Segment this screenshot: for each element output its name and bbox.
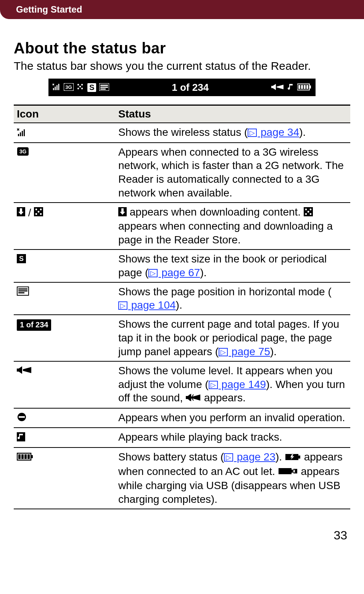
svg-point-40 [309, 208, 311, 210]
svg-point-39 [305, 208, 307, 210]
page-reference-link[interactable]: ▷ page 34 [248, 126, 299, 138]
svg-point-6 [79, 85, 81, 87]
status-cell: Shows the current page and total pages. … [115, 315, 350, 361]
icon-status-table: Icon Status Shows the wireless status (▷… [14, 105, 350, 509]
svg-marker-52 [23, 367, 31, 373]
svg-point-4 [77, 87, 79, 89]
page-number: 33 [0, 509, 364, 558]
intro-text: The status bar shows you the current sta… [14, 58, 350, 73]
svg-rect-63 [18, 454, 21, 459]
wireless-signal-icon [52, 82, 61, 93]
statusbar-illustration: 3G S 1 of 234 [48, 79, 316, 96]
page-reference-link[interactable]: ▷ page 67 [148, 267, 200, 278]
reference-icon: ▷ [118, 301, 127, 310]
table-row: Shows the page position in horizontal mo… [14, 282, 350, 315]
volume-icon [271, 82, 284, 93]
status-cell: Shows battery status (▷ page 23). appear… [115, 448, 350, 509]
icon-cell [14, 123, 115, 143]
svg-rect-65 [24, 454, 27, 459]
header-tab-label: Getting Started [16, 4, 82, 15]
page-position-icon [99, 82, 109, 93]
download-arrow-icon [17, 206, 25, 220]
table-row: Appears while playing back tracks. [14, 428, 350, 448]
svg-rect-11 [271, 86, 273, 88]
table-row: Appears when you perform an invalid oper… [14, 408, 350, 428]
status-cell: Shows the text size in the book or perio… [115, 250, 350, 282]
music-note-icon [287, 82, 294, 93]
svg-rect-53 [186, 396, 188, 399]
table-header-status: Status [115, 105, 350, 123]
svg-rect-68 [298, 456, 300, 459]
svg-point-31 [40, 208, 42, 210]
page-title: About the status bar [14, 40, 350, 57]
table-row: 3GAppears when connected to a 3G wireles… [14, 143, 350, 203]
svg-rect-18 [304, 85, 306, 89]
svg-rect-48 [18, 290, 27, 291]
status-cell: appears when downloading content. appear… [115, 203, 350, 250]
svg-point-33 [35, 213, 37, 215]
svg-point-5 [81, 87, 83, 89]
reference-icon: ▷ [209, 381, 218, 389]
svg-rect-20 [18, 134, 19, 136]
svg-marker-51 [19, 366, 22, 374]
status-cell: Shows the volume level. It appears when … [115, 361, 350, 408]
svg-rect-19 [306, 85, 308, 89]
page-reference-link[interactable]: ▷ page 23 [224, 451, 275, 463]
icon-cell [14, 408, 115, 428]
statusbar-left-cluster: 3G S [52, 82, 109, 93]
3g-network-icon: 3G [64, 82, 74, 93]
svg-rect-15 [309, 85, 311, 89]
statusbar-right-cluster [271, 82, 312, 93]
page-reference-link[interactable]: ▷ page 75 [219, 346, 270, 357]
svg-rect-60 [17, 432, 25, 441]
svg-rect-50 [17, 369, 19, 372]
music-note-icon [17, 431, 25, 445]
svg-text:S: S [19, 255, 24, 262]
icon-cell [14, 448, 115, 509]
svg-rect-71 [292, 470, 293, 473]
svg-point-43 [309, 213, 311, 215]
svg-point-41 [307, 211, 309, 212]
page-reference-link[interactable]: ▷ page 104 [118, 299, 176, 311]
svg-rect-47 [18, 288, 27, 290]
svg-text:3G: 3G [19, 148, 27, 155]
download-arrow-icon [118, 206, 127, 220]
icon-cell: / [14, 203, 115, 250]
volume-icon [17, 364, 32, 378]
svg-marker-12 [273, 84, 276, 90]
header-bar: Getting Started [0, 0, 364, 19]
page-indicator-pill: 1 of 234 [17, 319, 51, 331]
svg-rect-70 [279, 468, 292, 474]
reference-icon: ▷ [219, 348, 228, 356]
text-size-icon: S [87, 83, 96, 92]
icon-cell [14, 361, 115, 408]
svg-rect-16 [298, 85, 300, 89]
icon-cell: 1 of 234 [14, 315, 115, 361]
statusbar-page-indicator: 1 of 234 [112, 82, 268, 93]
battery-icon [17, 451, 34, 465]
svg-point-42 [305, 213, 307, 215]
table-row: Shows the volume level. It appears when … [14, 361, 350, 408]
svg-point-30 [35, 208, 37, 210]
svg-rect-10 [100, 89, 106, 90]
header-tab: Getting Started [8, 0, 90, 19]
reference-icon: ▷ [148, 269, 158, 277]
svg-marker-13 [277, 85, 283, 89]
icon-cell [14, 428, 115, 448]
page-position-icon [17, 285, 29, 299]
table-header-icon: Icon [14, 105, 115, 123]
download-dots-icon [77, 82, 84, 93]
status-cell: Appears while playing back tracks. [115, 428, 350, 448]
battery-icon [297, 82, 312, 93]
wireless-signal-icon [17, 126, 27, 140]
page-reference-link[interactable]: ▷ page 149 [209, 378, 266, 390]
table-row: Shows the wireless status (▷ page 34). [14, 123, 350, 143]
status-cell: Appears when connected to a 3G wireless … [115, 143, 350, 203]
svg-rect-22 [22, 131, 23, 136]
status-cell: Shows the wireless status (▷ page 34). [115, 123, 350, 143]
reference-icon: ▷ [248, 129, 257, 137]
svg-rect-36 [121, 208, 124, 212]
svg-rect-27 [20, 208, 22, 212]
table-row: Shows battery status (▷ page 23). appear… [14, 448, 350, 509]
svg-rect-64 [21, 454, 24, 459]
